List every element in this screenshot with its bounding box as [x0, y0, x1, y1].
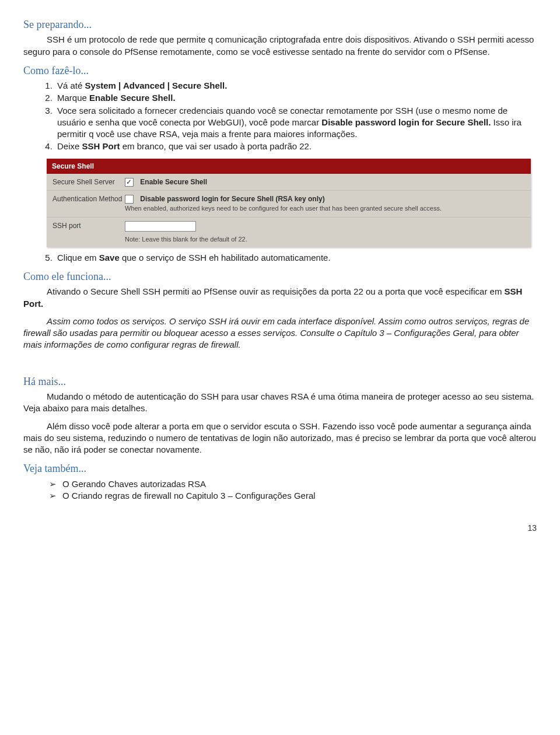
row-secure-shell-server: Secure Shell Server Enable Secure Shell	[47, 174, 531, 191]
step-1-bold: System | Advanced | Secure Shell.	[85, 80, 228, 90]
row-auth-method: Authentication Method Disable password l…	[47, 191, 531, 218]
heading-veja-tambem: Veja também...	[23, 461, 537, 475]
see-also-2: O Criando regras de firewall no Capitulo…	[49, 490, 537, 502]
ctrl-enable-secure-shell: Enable Secure Shell	[123, 177, 525, 187]
label-ssh-port: SSH port	[52, 221, 123, 230]
step-2-text: Marque	[57, 93, 89, 103]
see-also-1: O Gerando Chaves autorizadas RSA	[49, 478, 537, 490]
label-auth-method: Authentication Method	[52, 194, 123, 204]
hint-auth-method: When enabled, authorized keys need to be…	[125, 205, 442, 212]
steps-list: Vá até System | Advanced | Secure Shell.…	[23, 80, 537, 153]
pfsense-secure-shell-panel: Secure Shell Secure Shell Server Enable …	[47, 159, 531, 247]
step-2-bold: Enable Secure Shell.	[89, 93, 176, 103]
step-4-bold: SSH Port	[82, 141, 120, 151]
page-number: 13	[23, 523, 537, 534]
ctrl-auth-method: Disable password login for Secure Shell …	[123, 194, 525, 214]
step-5-pre: Clique em	[57, 253, 99, 262]
step-4-post: em branco, que vai ser usado à porta pad…	[120, 141, 312, 151]
step-4-pre: Deixe	[57, 141, 82, 151]
ctrl-ssh-port: Note: Leave this blank for the default o…	[123, 221, 525, 244]
input-ssh-port[interactable]	[125, 221, 196, 232]
para-funciona-1-pre: Ativando o Secure Shell SSH permiti ao P…	[47, 286, 505, 296]
heading-como-funciona: Como ele funciona...	[23, 270, 537, 284]
panel-title: Secure Shell	[47, 159, 531, 174]
step-2: Marque Enable Secure Shell.	[55, 92, 537, 104]
text-disable-password-login: Disable password login for Secure Shell …	[140, 195, 324, 203]
step-1: Vá até System | Advanced | Secure Shell.	[55, 80, 537, 92]
see-also-list: O Gerando Chaves autorizadas RSA O Crian…	[23, 478, 537, 502]
hint-ssh-port: Note: Leave this blank for the default o…	[125, 235, 247, 244]
para-hamais-1: Mudando o método de autenticação do SSH …	[23, 391, 537, 415]
label-secure-shell-server: Secure Shell Server	[52, 177, 123, 187]
step-3: Voce sera solicitado a fornecer credenci…	[55, 105, 537, 141]
row-ssh-port: SSH port Note: Leave this blank for the …	[47, 218, 531, 247]
checkbox-disable-password-login[interactable]	[125, 195, 134, 204]
step-4: Deixe SSH Port em branco, que vai ser us…	[55, 141, 537, 152]
heading-como-fazelo: Como fazê-lo...	[23, 64, 537, 78]
steps-list-cont: Clique em Save que o serviço de SSH eh h…	[23, 252, 537, 264]
step-5-post: que o serviço de SSH eh habilitado autom…	[120, 253, 331, 262]
heading-ha-mais: Há mais...	[23, 374, 537, 388]
step-5: Clique em Save que o serviço de SSH eh h…	[55, 252, 537, 264]
step-1-text: Vá até	[57, 80, 85, 90]
para-funciona-2: Assim como todos os serviços. O serviço …	[23, 316, 537, 351]
para-funciona-1: Ativando o Secure Shell SSH permiti ao P…	[23, 286, 537, 310]
heading-se-preparando: Se preparando...	[23, 18, 537, 32]
step-3-bold: Disable password login for Secure Shell.	[321, 117, 491, 127]
panel-body: Secure Shell Server Enable Secure Shell …	[47, 174, 531, 247]
step-5-bold: Save	[99, 253, 120, 262]
para-se-preparando: SSH é um protocolo de rede que permite q…	[23, 34, 537, 58]
checkbox-enable-secure-shell[interactable]	[125, 178, 134, 187]
para-hamais-2: Além disso você pode alterar a porta em …	[23, 421, 537, 456]
text-enable-secure-shell: Enable Secure Shell	[140, 178, 207, 186]
